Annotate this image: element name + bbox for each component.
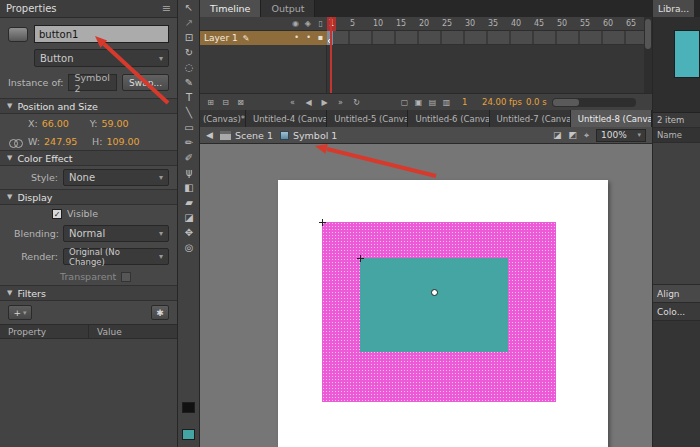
goto-last-frame-button[interactable]: »	[334, 96, 347, 109]
zoom-level-dropdown[interactable]: 100% ▾	[596, 129, 646, 142]
section-position-size[interactable]: ▼ Position and Size	[0, 98, 177, 114]
show-hide-layers-icon[interactable]: ◉	[292, 19, 299, 28]
back-icon[interactable]: ◀	[206, 130, 213, 140]
timeline-horizontal-scrollbar[interactable]	[552, 98, 636, 107]
layer-visibility-dot[interactable]: •	[294, 33, 299, 42]
layer-outline-square[interactable]: ▪	[318, 33, 323, 42]
lasso-tool[interactable]: ◌	[178, 60, 200, 75]
instance-name-input[interactable]	[34, 25, 169, 43]
timeline-vertical-scrollbar[interactable]	[644, 17, 652, 93]
eyedropper-tool[interactable]: ▰	[178, 195, 200, 210]
frame-rate-indicator[interactable]: 24.00 fps	[482, 97, 522, 107]
y-value[interactable]: 59.00	[101, 118, 145, 129]
edit-multiple-frames-button[interactable]: ▤	[426, 96, 439, 109]
document-tab-clipped[interactable]: (Canvas)*	[200, 110, 246, 127]
delete-layer-button[interactable]: ⊠	[234, 96, 247, 109]
edit-scene-icon[interactable]: ◪	[553, 130, 562, 140]
section-color-effect[interactable]: ▼ Color Effect	[0, 150, 177, 166]
stage-pasteboard[interactable]	[200, 144, 652, 447]
stage-canvas[interactable]	[278, 180, 608, 447]
lasso-tool-icon: ◌	[185, 62, 194, 73]
scrollbar-thumb[interactable]	[645, 19, 651, 49]
outline-layers-icon[interactable]: ▯	[319, 19, 323, 28]
library-item-list[interactable]	[653, 143, 700, 285]
scrollbar-thumb[interactable]	[553, 99, 579, 106]
w-value[interactable]: 247.95	[44, 136, 88, 147]
pencil-tool[interactable]: ✏	[178, 135, 200, 150]
rectangle-tool[interactable]: ▭	[178, 120, 200, 135]
new-folder-button[interactable]: ⊟	[219, 96, 232, 109]
play-button[interactable]: ▶	[318, 96, 331, 109]
tab-library[interactable]: Libra...	[653, 0, 694, 17]
tab-output[interactable]: Output	[261, 0, 315, 17]
paint-bucket-tool[interactable]: ◧	[178, 180, 200, 195]
zoom-tool[interactable]: ◎	[178, 240, 200, 255]
onion-skin-outlines-button[interactable]: ▣	[412, 96, 425, 109]
hand-tool[interactable]: ✥	[178, 225, 200, 240]
breadcrumb-symbol[interactable]: Symbol 1	[280, 130, 337, 141]
section-filters[interactable]: ▼ Filters	[0, 285, 177, 301]
loop-button[interactable]: ↻	[350, 96, 363, 109]
new-layer-button[interactable]: ⊞	[204, 96, 217, 109]
bone-tool[interactable]: ψ	[178, 165, 200, 180]
text-tool[interactable]: T	[178, 90, 200, 105]
pen-tool[interactable]: ✎	[178, 75, 200, 90]
fill-color-chip[interactable]	[182, 429, 195, 440]
breadcrumb-scene[interactable]: Scene 1	[220, 130, 273, 141]
edit-bar-right: ◪ ◩ ⌖ 100% ▾	[553, 129, 646, 142]
link-wh-icon[interactable]	[9, 139, 22, 146]
free-transform-tool[interactable]: ⊡	[178, 30, 200, 45]
render-dropdown[interactable]: Original (No Change) ▾	[63, 248, 169, 265]
brush-tool[interactable]: ✐	[178, 150, 200, 165]
layer-row[interactable]: Layer 1 ✎ • • ▪	[200, 31, 327, 45]
teal-button-instance[interactable]	[360, 258, 508, 352]
visible-checkbox[interactable]: ✓	[52, 209, 62, 219]
line-tool[interactable]: ╲	[178, 105, 200, 120]
caret-down-icon: ▾	[159, 252, 163, 261]
panel-menu-icon[interactable]: ≡	[162, 2, 171, 15]
library-name-column-header[interactable]: Name	[653, 128, 700, 143]
tab-timeline[interactable]: Timeline	[200, 0, 261, 17]
add-filter-button[interactable]: + ▾	[8, 305, 32, 320]
stroke-color-chip[interactable]	[182, 402, 195, 413]
document-tab-untitled-5[interactable]: Untitled-5 (Canvas)* ×	[327, 110, 408, 127]
document-tab-untitled-4[interactable]: Untitled-4 (Canvas)* ×	[246, 110, 327, 127]
swap-button[interactable]: Swap...	[122, 74, 169, 91]
blending-dropdown[interactable]: Normal ▾	[63, 225, 169, 242]
frame-label: 5	[350, 17, 370, 31]
document-tab-untitled-7[interactable]: Untitled-7 (Canvas)* ×	[490, 110, 571, 127]
goto-first-frame-button[interactable]: «	[286, 96, 299, 109]
color-panel-tab[interactable]: Colo...	[653, 303, 700, 321]
lock-layers-icon[interactable]: ◈	[305, 19, 311, 28]
section-display[interactable]: ▼ Display	[0, 189, 177, 205]
instance-of-row: Instance of: Symbol 2 Swap...	[0, 72, 177, 98]
frame-ruler[interactable]: 1 5 10 15 20 25 30 35 40 45 50 55 60 65	[327, 17, 644, 31]
edit-symbol-icon[interactable]: ◩	[568, 130, 577, 140]
instance-of-label: Instance of:	[8, 77, 63, 88]
document-tab-untitled-6[interactable]: Untitled-6 (Canvas)* ×	[408, 110, 489, 127]
modify-markers-button[interactable]: ▥	[440, 96, 453, 109]
step-back-button[interactable]: ◀	[302, 96, 315, 109]
align-panel-tab[interactable]: Align	[653, 285, 700, 303]
onion-skin-button[interactable]: ▢	[398, 96, 411, 109]
properties-panel-header: Properties ≡	[0, 0, 177, 18]
3d-rotation-tool[interactable]: ↻	[178, 45, 200, 60]
filter-options-button[interactable]: ✱	[151, 305, 169, 320]
timeline-frames-area[interactable]: 1 5 10 15 20 25 30 35 40 45 50 55 60 65	[327, 17, 644, 93]
transformation-point[interactable]	[431, 289, 438, 296]
h-value[interactable]: 109.00	[106, 136, 150, 147]
document-tab-untitled-8[interactable]: Untitled-8 (Canvas)* ×	[571, 110, 652, 127]
center-frame-icon[interactable]: ⌖	[584, 130, 589, 141]
layer-lock-dot[interactable]: •	[306, 33, 311, 42]
style-dropdown[interactable]: None ▾	[63, 169, 169, 186]
subselection-tool[interactable]: ↗	[178, 15, 200, 30]
selection-tool[interactable]: ↖	[178, 0, 200, 15]
symbol-type-dropdown[interactable]: Button ▾	[34, 49, 169, 67]
frame-label: 35	[488, 17, 508, 31]
layer-frames-row[interactable]	[327, 31, 644, 45]
x-value[interactable]: 66.00	[42, 118, 86, 129]
brush-tool-icon: ✐	[185, 152, 193, 163]
playhead-line[interactable]	[330, 17, 332, 93]
eraser-tool[interactable]: ◪	[178, 210, 200, 225]
tools-panel: ↖ ↗ ⊡ ↻ ◌ ✎ T ╲ ▭ ✏ ✐ ψ ◧ ▰ ◪ ✥ ◎	[178, 0, 200, 447]
